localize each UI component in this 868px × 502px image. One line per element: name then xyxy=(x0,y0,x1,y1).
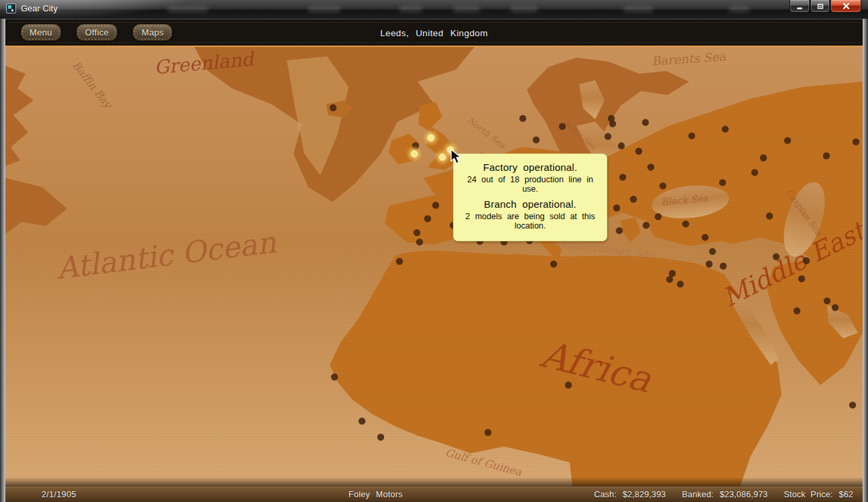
city-dot[interactable] xyxy=(784,137,791,143)
city-dot[interactable] xyxy=(643,222,649,229)
city-dot[interactable] xyxy=(720,263,727,269)
city-dot[interactable] xyxy=(849,401,856,408)
city-dot[interactable] xyxy=(766,212,773,219)
map-bottom-shade xyxy=(5,477,863,487)
city-dot[interactable] xyxy=(751,169,758,176)
background-window-hint xyxy=(308,6,340,12)
city-dot[interactable] xyxy=(609,120,616,127)
mouse-cursor-icon xyxy=(450,149,465,165)
player-city-dot[interactable] xyxy=(428,135,434,141)
city-dot[interactable] xyxy=(618,142,625,149)
city-dot[interactable] xyxy=(702,234,708,241)
city-dot[interactable] xyxy=(565,381,572,388)
city-dot[interactable] xyxy=(824,298,830,304)
city-dot[interactable] xyxy=(550,261,557,267)
city-dot[interactable] xyxy=(331,373,338,380)
city-dot[interactable] xyxy=(666,276,673,283)
city-dot[interactable] xyxy=(660,182,666,189)
city-dot[interactable] xyxy=(706,261,712,267)
cash-value: $2,829,393 xyxy=(623,490,666,499)
city-dot[interactable] xyxy=(416,239,423,245)
city-dot[interactable] xyxy=(760,154,767,161)
stock-price-readout: Stock Price: $62 xyxy=(784,490,853,499)
stock-price-label: Stock Price: xyxy=(784,490,832,499)
background-window-hint xyxy=(729,6,749,12)
city-dot[interactable] xyxy=(432,202,439,208)
tooltip-factory-detail: 24 out of 18 production line in use. xyxy=(459,175,601,194)
city-dot[interactable] xyxy=(832,304,839,311)
city-dot[interactable] xyxy=(619,174,626,180)
city-dot[interactable] xyxy=(682,221,689,227)
city-dot[interactable] xyxy=(853,138,859,145)
city-dot[interactable] xyxy=(424,215,431,222)
city-dot[interactable] xyxy=(722,125,729,132)
window-frame-right xyxy=(863,19,868,502)
maps-button[interactable]: Maps xyxy=(132,23,173,42)
city-dot[interactable] xyxy=(773,253,780,260)
city-dot[interactable] xyxy=(669,270,676,277)
background-window-hint xyxy=(623,6,653,12)
city-dot[interactable] xyxy=(677,281,684,288)
background-window-hint xyxy=(168,6,208,12)
city-dot[interactable] xyxy=(642,119,649,125)
statusbar: 2/1/1905 Foley Motors Cash: $2,829,393 B… xyxy=(5,487,863,502)
tooltip-branch-title: Branch operational. xyxy=(459,198,601,210)
banked-value: $23,086,973 xyxy=(720,490,768,499)
world-map-canvas[interactable]: Baffin BayGreenlandBarents SeaNorth SeaB… xyxy=(5,47,863,487)
city-dot[interactable] xyxy=(605,133,611,139)
city-dot[interactable] xyxy=(377,434,384,440)
city-dot[interactable] xyxy=(519,115,526,121)
banked-label: Banked: xyxy=(682,490,713,499)
city-dot[interactable] xyxy=(485,429,491,436)
stock-price-value: $62 xyxy=(839,490,853,499)
city-dot[interactable] xyxy=(396,258,403,265)
city-dot[interactable] xyxy=(794,308,800,314)
city-dot[interactable] xyxy=(798,275,805,282)
minimize-icon xyxy=(796,2,804,10)
window-title: Gear City xyxy=(21,3,58,13)
window-frame-left xyxy=(0,19,5,502)
city-dot[interactable] xyxy=(613,204,620,211)
minimize-button[interactable] xyxy=(790,0,810,13)
close-button[interactable] xyxy=(830,0,861,13)
background-window-hint xyxy=(453,6,480,12)
background-window-hint xyxy=(511,6,538,12)
finance-summary: Cash: $2,829,393 Banked: $23,086,973 Sto… xyxy=(594,490,853,499)
game-toolbar: Menu Office Maps Leeds, United Kingdom xyxy=(5,19,863,46)
cash-readout: Cash: $2,829,393 xyxy=(594,490,666,499)
window-controls xyxy=(790,0,861,13)
gearcity-window: Gear City Menu xyxy=(0,0,868,502)
city-dot[interactable] xyxy=(655,213,662,220)
titlebar: Gear City xyxy=(0,0,868,19)
city-dot[interactable] xyxy=(630,196,637,202)
city-dot[interactable] xyxy=(647,164,654,170)
city-dot[interactable] xyxy=(559,123,566,129)
city-dot[interactable] xyxy=(688,132,695,139)
tooltip-branch-detail: 2 models are being sold at this location… xyxy=(459,212,601,231)
city-dot[interactable] xyxy=(635,147,642,154)
city-dot[interactable] xyxy=(359,418,365,424)
tooltip-factory-title: Factory operational. xyxy=(459,162,601,173)
city-dot[interactable] xyxy=(616,227,623,234)
close-icon xyxy=(842,2,851,10)
city-dot[interactable] xyxy=(330,105,336,111)
cash-label: Cash: xyxy=(594,490,617,499)
game-date: 2/1/1905 xyxy=(42,490,76,499)
background-window-hint xyxy=(399,6,422,12)
banked-readout: Banked: $23,086,973 xyxy=(682,490,767,499)
city-dot[interactable] xyxy=(533,136,540,143)
city-dot[interactable] xyxy=(823,152,830,159)
maximize-restore-button[interactable] xyxy=(810,0,830,13)
city-dot[interactable] xyxy=(803,257,810,264)
office-button[interactable]: Office xyxy=(76,23,119,42)
restore-icon xyxy=(816,2,824,10)
city-tooltip: Factory operational. 24 out of 18 produc… xyxy=(453,153,607,241)
app-icon xyxy=(6,3,16,13)
company-name: Foley Motors xyxy=(349,490,403,499)
player-city-dot[interactable] xyxy=(411,151,417,157)
city-dot[interactable] xyxy=(709,248,716,255)
city-dot[interactable] xyxy=(719,179,726,186)
city-dot[interactable] xyxy=(414,229,420,236)
menu-button[interactable]: Menu xyxy=(20,23,62,42)
world-map[interactable]: Baffin BayGreenlandBarents SeaNorth SeaB… xyxy=(5,46,863,487)
